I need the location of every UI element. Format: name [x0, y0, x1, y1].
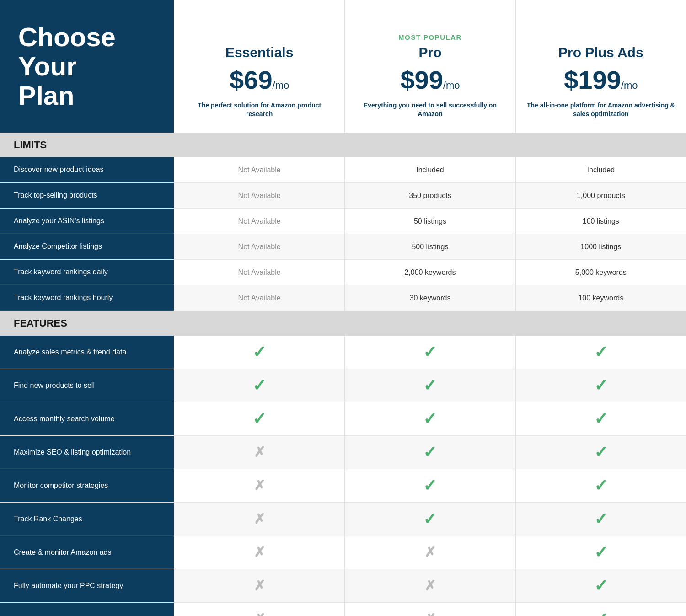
- essentials-header: Essentials $69 /mo The perfect solution …: [174, 0, 344, 133]
- check-icon: ✓: [594, 511, 608, 527]
- x-icon: ✗: [424, 612, 436, 616]
- check-icon: ✓: [423, 444, 437, 461]
- row-value-cell: ✓: [515, 369, 686, 402]
- check-icon: ✓: [594, 477, 608, 494]
- check-icon: ✓: [423, 377, 437, 394]
- pro-header: MOST POPULAR Pro $99 /mo Everything you …: [344, 0, 515, 133]
- x-icon: ✗: [254, 445, 265, 459]
- row-value-cell: Not Available: [174, 209, 344, 234]
- feature-row: Create & monitor Amazon ads✗✗✓: [0, 536, 686, 569]
- row-value-cell: Not Available: [174, 260, 344, 285]
- row-value-cell: ✓: [344, 436, 515, 469]
- row-value-cell: 1000 listings: [515, 234, 686, 259]
- plan-title-cell: ChooseYourPlan: [0, 0, 174, 133]
- row-label-cell: Track keyword rankings daily: [0, 260, 174, 285]
- limits-row: Track top-selling productsNot Available3…: [0, 183, 686, 209]
- limits-section-header: LIMITS: [0, 133, 686, 157]
- row-value-cell: 350 products: [344, 183, 515, 208]
- x-icon: ✗: [254, 512, 265, 526]
- row-value-cell: ✓: [344, 336, 515, 369]
- row-label-cell: Discover new product ideas: [0, 157, 174, 182]
- not-available-text: Not Available: [238, 243, 281, 251]
- pro-plus-per: /mo: [621, 80, 638, 91]
- row-label-cell: Analyze Competitor listings: [0, 234, 174, 259]
- pro-per: /mo: [443, 80, 460, 91]
- row-label-cell: Access monthly search volume: [0, 402, 174, 435]
- essentials-name: Essentials: [225, 45, 293, 60]
- row-value-cell: 50 listings: [344, 209, 515, 234]
- row-value-cell: Not Available: [174, 183, 344, 208]
- row-value-cell: ✗: [174, 436, 344, 469]
- row-value-cell: ✗: [174, 603, 344, 616]
- features-label: FEATURES: [0, 317, 174, 329]
- check-icon: ✓: [423, 477, 437, 494]
- not-available-text: Not Available: [238, 217, 281, 225]
- x-icon: ✗: [254, 546, 265, 559]
- feature-row: Unlock in-depth PPC data & insights✗✗✓: [0, 603, 686, 616]
- row-value-cell: ✓: [515, 469, 686, 502]
- row-value-cell: ✓: [515, 402, 686, 435]
- check-icon: ✓: [252, 377, 266, 394]
- row-value-cell: ✓: [344, 469, 515, 502]
- x-icon: ✗: [424, 546, 436, 559]
- row-label-cell: Analyze sales metrics & trend data: [0, 336, 174, 369]
- check-icon: ✓: [594, 544, 608, 561]
- row-value-cell: ✓: [344, 369, 515, 402]
- pro-price: $99: [400, 65, 443, 95]
- check-icon: ✓: [594, 578, 608, 594]
- x-icon: ✗: [424, 579, 436, 593]
- row-value-cell: ✓: [344, 402, 515, 435]
- row-value-cell: ✓: [515, 436, 686, 469]
- pro-plus-name: Pro Plus Ads: [558, 45, 643, 60]
- check-icon: ✓: [594, 344, 608, 360]
- row-value-cell: ✗: [174, 569, 344, 602]
- feature-row: Analyze sales metrics & trend data✓✓✓: [0, 336, 686, 369]
- row-value-cell: 5,000 keywords: [515, 260, 686, 285]
- limits-row: Track keyword rankings dailyNot Availabl…: [0, 260, 686, 285]
- check-icon: ✓: [423, 511, 437, 527]
- pro-plus-description: The all-in-one platform for Amazon adver…: [525, 101, 677, 119]
- not-available-text: Not Available: [238, 166, 281, 174]
- x-icon: ✗: [254, 479, 265, 493]
- feature-row: Maximize SEO & listing optimization✗✓✓: [0, 436, 686, 469]
- header-row: ChooseYourPlan Essentials $69 /mo The pe…: [0, 0, 686, 133]
- row-label-cell: Create & monitor Amazon ads: [0, 536, 174, 569]
- not-available-text: Not Available: [238, 294, 281, 302]
- limits-row: Analyze Competitor listingsNot Available…: [0, 234, 686, 260]
- row-value-cell: ✓: [174, 336, 344, 369]
- essentials-price-container: $69 /mo: [230, 65, 289, 95]
- x-icon: ✗: [254, 579, 265, 593]
- check-icon: ✓: [423, 411, 437, 427]
- feature-row: Track Rank Changes✗✓✓: [0, 503, 686, 536]
- row-label-cell: Analyze your ASIN's listings: [0, 209, 174, 234]
- pricing-table: ChooseYourPlan Essentials $69 /mo The pe…: [0, 0, 686, 616]
- row-value-cell: ✓: [515, 503, 686, 536]
- row-value-cell: ✓: [515, 336, 686, 369]
- pro-plus-header: Pro Plus Ads $199 /mo The all-in-one pla…: [515, 0, 686, 133]
- check-icon: ✓: [252, 344, 266, 360]
- check-icon: ✓: [594, 444, 608, 461]
- row-value-cell: ✓: [515, 603, 686, 616]
- limits-row: Discover new product ideasNot AvailableI…: [0, 157, 686, 183]
- row-value-cell: ✓: [515, 569, 686, 602]
- check-icon: ✓: [594, 411, 608, 427]
- feature-row: Find new products to sell✓✓✓: [0, 369, 686, 402]
- check-icon: ✓: [594, 377, 608, 394]
- limits-rows: Discover new product ideasNot AvailableI…: [0, 157, 686, 311]
- row-value-cell: 100 listings: [515, 209, 686, 234]
- row-value-cell: ✗: [174, 469, 344, 502]
- row-value-cell: Not Available: [174, 285, 344, 311]
- essentials-per: /mo: [273, 80, 289, 91]
- row-value-cell: Not Available: [174, 157, 344, 182]
- x-icon: ✗: [254, 612, 265, 616]
- row-value-cell: ✓: [174, 369, 344, 402]
- row-value-cell: ✓: [174, 402, 344, 435]
- not-available-text: Not Available: [238, 192, 281, 200]
- check-icon: ✓: [423, 344, 437, 360]
- row-label-cell: Unlock in-depth PPC data & insights: [0, 603, 174, 616]
- row-label-cell: Maximize SEO & listing optimization: [0, 436, 174, 469]
- pro-price-container: $99 /mo: [400, 65, 460, 95]
- row-value-cell: ✓: [344, 503, 515, 536]
- feature-row: Monitor competitor strategies✗✓✓: [0, 469, 686, 503]
- row-value-cell: ✗: [344, 569, 515, 602]
